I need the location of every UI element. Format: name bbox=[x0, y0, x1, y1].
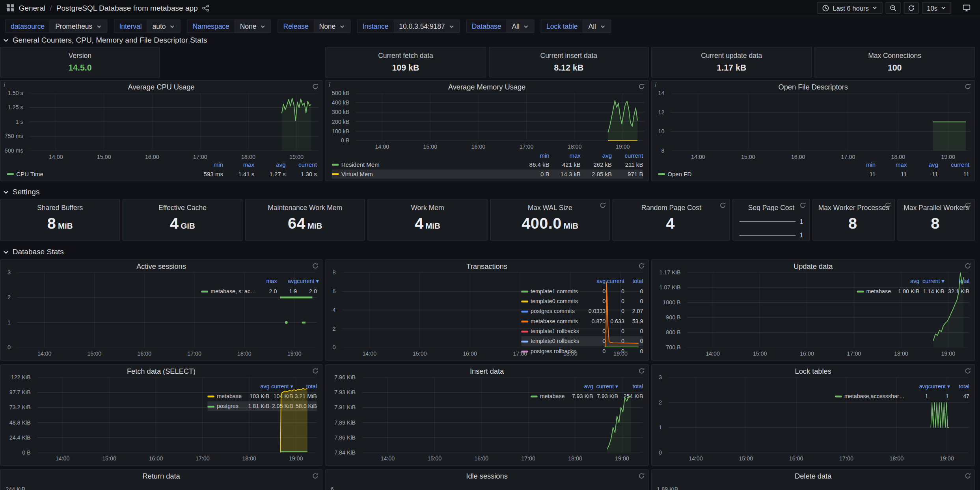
panel-title[interactable]: Average CPU Usage bbox=[13, 83, 309, 91]
legend-sort-header[interactable]: min bbox=[192, 161, 223, 168]
legend-series-label[interactable]: Resident Mem bbox=[332, 161, 518, 168]
legend-sort-header[interactable]: current bbox=[612, 152, 643, 158]
x-axis-tick: 14:00 bbox=[691, 154, 705, 160]
chevron-down-icon bbox=[600, 23, 605, 29]
chart-plot-area[interactable] bbox=[356, 93, 644, 140]
legend-sort-header[interactable]: max bbox=[876, 161, 907, 168]
dashboards-grid-icon[interactable] bbox=[6, 4, 15, 12]
panel-title[interactable]: Lock tables bbox=[664, 367, 962, 375]
panel-info-icon[interactable]: i bbox=[329, 82, 330, 88]
refresh-interval-picker[interactable]: 10s bbox=[922, 2, 951, 14]
active-sessions-chart[interactable]: 321014:0015:0016:0017:0018:0019:00 bbox=[6, 272, 201, 358]
panel-title[interactable]: Delete data bbox=[664, 473, 962, 480]
tv-mode-button[interactable] bbox=[960, 2, 974, 14]
series-value: 1 bbox=[799, 218, 803, 225]
panel-title[interactable]: Insert data bbox=[338, 367, 636, 375]
legend-series-label[interactable]: Open FD bbox=[658, 171, 844, 177]
panel-refresh-icon[interactable] bbox=[312, 367, 319, 374]
row-toggle-settings[interactable]: Settings bbox=[2, 188, 39, 196]
legend-sort-header[interactable]: avg bbox=[581, 152, 612, 158]
legend-sort-header[interactable]: current bbox=[938, 161, 969, 168]
y-axis-tick: 300 kB bbox=[332, 109, 349, 115]
panel-refresh-icon[interactable] bbox=[964, 367, 971, 374]
breadcrumb-folder[interactable]: General bbox=[19, 4, 46, 12]
stat-value: 8.12 kB bbox=[489, 63, 648, 73]
y-axis-tick: 1000 B bbox=[663, 299, 680, 306]
chart-plot-area[interactable] bbox=[37, 378, 317, 453]
panel-title[interactable]: Average Memory Usage bbox=[338, 83, 636, 91]
panel-title[interactable]: Transactions bbox=[338, 263, 636, 270]
panel-refresh-icon[interactable] bbox=[964, 83, 971, 90]
panel-title[interactable]: Active sessions bbox=[13, 263, 309, 270]
variable-value-dropdown[interactable]: Prometheus bbox=[50, 19, 107, 33]
panel-refresh-icon[interactable] bbox=[964, 473, 971, 479]
lock-tables-chart[interactable]: 321014:0015:0016:0017:0018:0019:00 bbox=[657, 378, 835, 463]
chart-plot-area[interactable] bbox=[687, 272, 969, 347]
legend-sort-header[interactable]: min bbox=[844, 161, 876, 168]
legend-sort-header[interactable]: max bbox=[223, 161, 254, 168]
legend-series-label[interactable]: Virtual Mem bbox=[332, 171, 518, 177]
zoom-out-button[interactable] bbox=[886, 2, 901, 14]
panel-refresh-icon[interactable] bbox=[719, 202, 726, 209]
chart-plot-area[interactable] bbox=[362, 378, 643, 453]
panel-title[interactable]: Update data bbox=[664, 263, 962, 270]
series-value: 1 bbox=[799, 232, 803, 238]
panel-info-icon[interactable]: i bbox=[655, 82, 656, 88]
update-data-chart[interactable]: 1.17 KiB1.07 KiB1000 B900 B800 B700 B14:… bbox=[657, 272, 857, 358]
x-axis-tick: 15:00 bbox=[741, 154, 755, 160]
panel-title[interactable]: Return data bbox=[13, 473, 309, 480]
average-memory-usage-chart[interactable]: 500 kB400 kB300 kB200 kB100 kB0 B14:0015… bbox=[330, 93, 645, 151]
share-icon[interactable] bbox=[202, 4, 210, 11]
panel-refresh-icon[interactable] bbox=[638, 473, 645, 479]
x-axis-tick: 18:00 bbox=[891, 154, 905, 160]
variable-value-dropdown[interactable]: 10.0.3.54:9187 bbox=[393, 19, 460, 33]
chart-plot-area[interactable] bbox=[30, 93, 318, 151]
x-axis-tick: 15:00 bbox=[753, 350, 767, 357]
x-axis-tick: 19:00 bbox=[615, 456, 629, 462]
panel-refresh-icon[interactable] bbox=[964, 202, 971, 209]
variable-value-dropdown[interactable]: None bbox=[313, 19, 350, 33]
panel-refresh-icon[interactable] bbox=[599, 202, 606, 209]
open-file-descriptors-chart[interactable]: 141210814:0015:0016:0017:0018:0019:00 bbox=[656, 93, 971, 160]
variable-value-dropdown[interactable]: All bbox=[583, 19, 611, 33]
chart-plot-area[interactable] bbox=[671, 93, 971, 151]
panel-title[interactable]: Idle sessions bbox=[338, 473, 636, 480]
panel-refresh-icon[interactable] bbox=[799, 202, 806, 209]
legend-sort-header[interactable]: current bbox=[286, 161, 317, 168]
panel-title[interactable]: Fetch data (SELECT) bbox=[13, 367, 309, 375]
panel-refresh-icon[interactable] bbox=[312, 83, 319, 90]
time-range-picker[interactable]: Last 6 hours bbox=[817, 2, 883, 14]
chart-plot-area[interactable] bbox=[17, 272, 317, 347]
legend-series-label[interactable]: CPU Time bbox=[7, 171, 192, 177]
row-toggle-general[interactable]: General Counters, CPU, Memory and File D… bbox=[2, 35, 207, 44]
stat-title: Shared Buffers bbox=[3, 204, 117, 211]
insert-data-chart[interactable]: 7.96 KiB7.93 KiB7.91 KiB7.89 KiB7.86 KiB… bbox=[331, 378, 531, 463]
panel-info-icon[interactable]: i bbox=[4, 82, 5, 88]
legend-sort-header[interactable]: min bbox=[518, 152, 549, 158]
panel-refresh-icon[interactable] bbox=[964, 263, 971, 269]
chart-plot-area[interactable] bbox=[342, 272, 643, 347]
variable-value-dropdown[interactable]: All bbox=[506, 19, 535, 33]
panel-refresh-icon[interactable] bbox=[638, 367, 645, 374]
legend-header-row: minmaxavgcurrent bbox=[7, 160, 317, 170]
panel-refresh-icon[interactable] bbox=[312, 473, 319, 479]
variable-value-dropdown[interactable]: None bbox=[234, 19, 271, 33]
transactions-chart[interactable]: 8642014:0015:0016:0017:0018:0019:00 bbox=[331, 272, 522, 358]
row-toggle-database-stats[interactable]: Database Stats bbox=[2, 248, 63, 256]
panel-refresh-icon[interactable] bbox=[638, 263, 645, 269]
panel-refresh-icon[interactable] bbox=[312, 263, 319, 269]
chart-plot-area[interactable] bbox=[668, 378, 969, 453]
legend-sort-header[interactable]: avg bbox=[254, 161, 285, 168]
refresh-dashboard-button[interactable] bbox=[904, 2, 919, 14]
legend-sort-header[interactable]: avg bbox=[907, 161, 938, 168]
legend-sort-header[interactable]: max bbox=[550, 152, 581, 158]
average-cpu-usage-chart[interactable]: 1.50 s1.25 s1 s750 ms500 ms14:0015:0016:… bbox=[4, 93, 318, 160]
variable-value-dropdown[interactable]: auto bbox=[147, 19, 181, 33]
fetch-data-chart[interactable]: 122 KiB97.7 KiB73.2 KiB48.8 KiB24.4 KiB0… bbox=[6, 378, 207, 463]
variable-label: Interval bbox=[114, 19, 147, 33]
panel-refresh-icon[interactable] bbox=[884, 202, 891, 209]
panel-title[interactable]: Open File Descriptors bbox=[664, 83, 962, 91]
panel-refresh-icon[interactable] bbox=[638, 83, 645, 90]
x-axis-tick: 18:00 bbox=[241, 154, 255, 160]
dashboard-title[interactable]: PostgreSQL Database from metabase app bbox=[56, 4, 198, 12]
